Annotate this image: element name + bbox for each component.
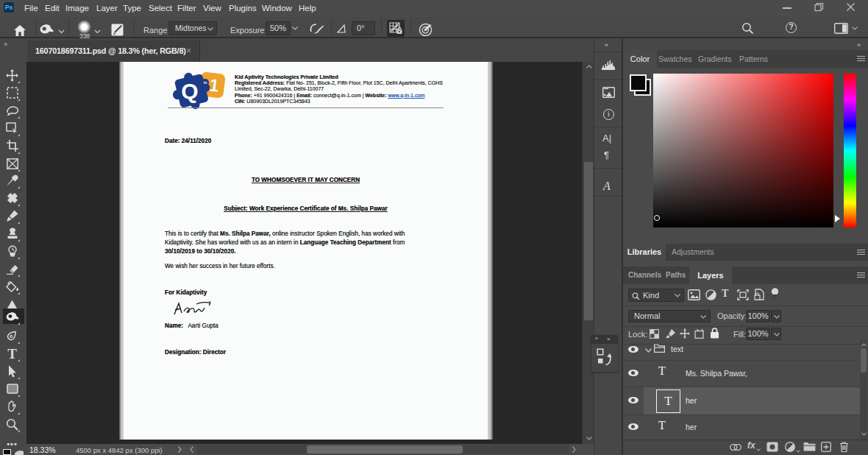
svg-text:Q: Q [181,79,198,103]
